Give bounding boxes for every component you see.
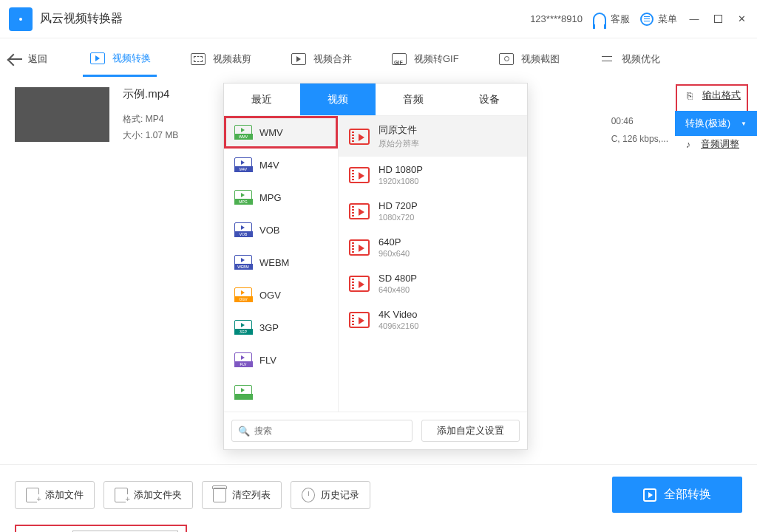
content-area: 示例.mp4 格式: MP4 大小: 1.07 MB 时长 分辨 00:46 C… <box>0 80 757 464</box>
play-icon <box>90 52 105 64</box>
wmv-icon: WMV <box>234 125 252 140</box>
format-footer: 🔍 添加自定义设置 <box>224 412 527 449</box>
film-icon <box>349 276 370 292</box>
footer-options: 输出格式: MP4 同原文件 输出目录: 源文件目录 自定义 <box>15 525 742 532</box>
arrow-left-icon <box>9 58 22 60</box>
highlight-output-format: ⎘输出格式 <box>676 84 748 114</box>
film-icon <box>349 203 370 219</box>
film-icon <box>349 312 370 328</box>
history-button[interactable]: 历史记录 <box>291 481 370 509</box>
video-thumbnail[interactable] <box>15 87 109 142</box>
titlebar: 风云视频转换器 123****8910 客服 菜单 — ✕ <box>0 0 757 38</box>
tab-video-screenshot[interactable]: 视频截图 <box>492 43 566 75</box>
format-list-left[interactable]: WMVWMV M4VM4V MPGMPG VOBVOB WEBMWEBM OGV… <box>224 116 339 412</box>
minimize-button[interactable]: — <box>688 13 701 26</box>
res-480p[interactable]: SD 480P640x480 <box>339 265 527 301</box>
add-custom-button[interactable]: 添加自定义设置 <box>421 420 520 442</box>
file-size: 大小: 1.07 MB <box>123 128 226 144</box>
film-icon <box>349 167 370 183</box>
output-format-button[interactable]: ⎘输出格式 <box>683 89 741 102</box>
trash-icon <box>213 488 226 502</box>
mpg-icon: MPG <box>234 190 252 205</box>
add-folder-button[interactable]: 添加文件夹 <box>103 481 193 509</box>
footer-buttons: 添加文件 添加文件夹 清空列表 历史记录 全部转换 <box>15 477 742 513</box>
app-logo <box>9 7 33 31</box>
res-640p[interactable]: 640P960x640 <box>339 229 527 265</box>
format-search[interactable]: 🔍 <box>231 420 413 442</box>
file-plus-icon <box>26 488 39 502</box>
file-meta-values: 00:46 C, 126 kbps,... <box>611 112 668 148</box>
play-icon <box>643 488 656 502</box>
add-file-button[interactable]: 添加文件 <box>15 481 95 509</box>
clock-icon <box>302 488 315 502</box>
film-icon <box>349 239 370 256</box>
format-mpg[interactable]: MPGMPG <box>224 181 338 214</box>
convert-speed-button[interactable]: 转换(极速) <box>675 111 757 136</box>
vob-icon: VOB <box>234 222 252 237</box>
format-3gp[interactable]: 3GP3GP <box>224 311 338 344</box>
folder-plus-icon <box>115 488 128 502</box>
tab-video-merge[interactable]: 视频合并 <box>284 43 358 75</box>
webm-icon: WEBM <box>234 255 252 270</box>
merge-icon <box>291 53 306 65</box>
search-icon: 🔍 <box>238 426 250 437</box>
ogv-icon: OGV <box>234 287 252 302</box>
headset-icon <box>593 13 606 26</box>
format-tabs: 最近 视频 音频 设备 <box>224 83 527 116</box>
m4v-icon: M4V <box>234 157 252 172</box>
search-input[interactable] <box>254 426 406 436</box>
music-icon: ♪ <box>682 137 695 151</box>
format-m4v[interactable]: M4VM4V <box>224 149 338 181</box>
tab-video-convert[interactable]: 视频转换 <box>83 42 157 77</box>
audio-adjust-button[interactable]: ♪音频调整 <box>682 137 742 151</box>
camera-icon <box>499 53 514 65</box>
fmt-tab-audio[interactable]: 音频 <box>376 83 452 115</box>
format-flv[interactable]: FLVFLV <box>224 344 338 376</box>
gif-icon <box>392 53 407 65</box>
clear-list-button[interactable]: 清空列表 <box>202 481 282 509</box>
file-info: 示例.mp4 格式: MP4 大小: 1.07 MB <box>123 87 226 143</box>
res-720p[interactable]: HD 720P1080x720 <box>339 193 527 229</box>
file-format: 格式: MP4 <box>123 112 226 128</box>
res-1080p[interactable]: HD 1080P1920x1080 <box>339 157 527 193</box>
sliders-icon <box>600 53 614 65</box>
format-popup: 最近 视频 音频 设备 WMVWMV M4VM4V MPGMPG VOBVOB … <box>223 83 528 450</box>
file-name: 示例.mp4 <box>123 87 226 101</box>
highlight-output-format-row: 输出格式: MP4 同原文件 <box>15 525 187 532</box>
back-button[interactable]: 返回 <box>9 52 47 66</box>
format-webm[interactable]: WEBMWEBM <box>224 246 338 279</box>
footer: 添加文件 添加文件夹 清空列表 历史记录 全部转换 输出格式: MP4 同原文件… <box>0 464 757 532</box>
fmt-tab-video[interactable]: 视频 <box>300 83 376 115</box>
resolution-list[interactable]: 同原文件原始分辨率 HD 1080P1920x1080 HD 720P1080x… <box>339 116 527 412</box>
fmt-tab-device[interactable]: 设备 <box>452 83 528 115</box>
3gp-icon: 3GP <box>234 320 252 335</box>
more-icon <box>234 385 252 400</box>
service-button[interactable]: 客服 <box>593 13 630 26</box>
maximize-button[interactable] <box>711 13 724 26</box>
tab-video-crop[interactable]: 视频裁剪 <box>183 43 257 75</box>
tab-video-optimize[interactable]: 视频优化 <box>592 43 666 75</box>
menu-icon <box>640 13 654 26</box>
format-more[interactable] <box>224 376 338 409</box>
crop-icon <box>191 53 206 65</box>
menu-button[interactable]: 菜单 <box>640 13 677 26</box>
format-ogv[interactable]: OGVOGV <box>224 279 338 311</box>
fmt-tab-recent[interactable]: 最近 <box>224 83 300 115</box>
film-icon <box>349 129 370 145</box>
res-same-as-source[interactable]: 同原文件原始分辨率 <box>339 116 527 157</box>
user-id[interactable]: 123****8910 <box>530 13 583 24</box>
output-icon: ⎘ <box>683 89 696 102</box>
convert-all-button[interactable]: 全部转换 <box>612 477 742 513</box>
titlebar-right: 123****8910 客服 菜单 — ✕ <box>530 13 748 26</box>
flv-icon: FLV <box>234 352 252 367</box>
format-vob[interactable]: VOBVOB <box>224 214 338 246</box>
close-button[interactable]: ✕ <box>735 13 748 26</box>
format-body: WMVWMV M4VM4V MPGMPG VOBVOB WEBMWEBM OGV… <box>224 116 527 412</box>
format-wmv[interactable]: WMVWMV <box>224 116 338 149</box>
app-title: 风云视频转换器 <box>40 11 123 27</box>
res-4k[interactable]: 4K Video4096x2160 <box>339 301 527 338</box>
tab-video-gif[interactable]: 视频转GIF <box>384 43 465 75</box>
nav-row: 返回 视频转换 视频裁剪 视频合并 视频转GIF 视频截图 视频优化 <box>0 38 757 80</box>
